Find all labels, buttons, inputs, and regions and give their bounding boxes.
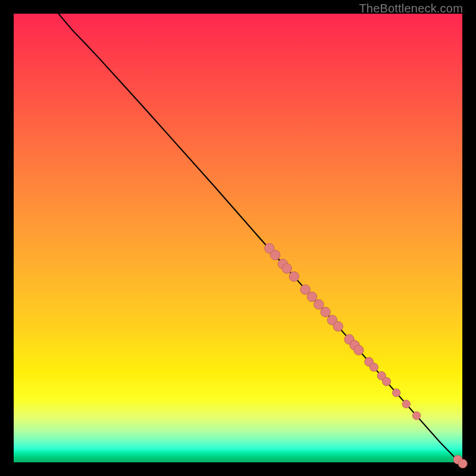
chart-svg [14,14,462,462]
data-point [402,400,411,408]
data-point [333,321,343,331]
data-point [392,389,400,397]
data-point [289,272,299,282]
chart-points [264,243,467,468]
data-point [382,377,390,386]
data-point [321,307,331,317]
data-point [354,345,364,355]
data-point [314,299,324,309]
data-point [369,363,378,371]
data-point [282,264,292,274]
data-point [307,292,317,302]
data-point [458,459,467,468]
data-point [412,412,421,420]
data-point [270,250,280,260]
